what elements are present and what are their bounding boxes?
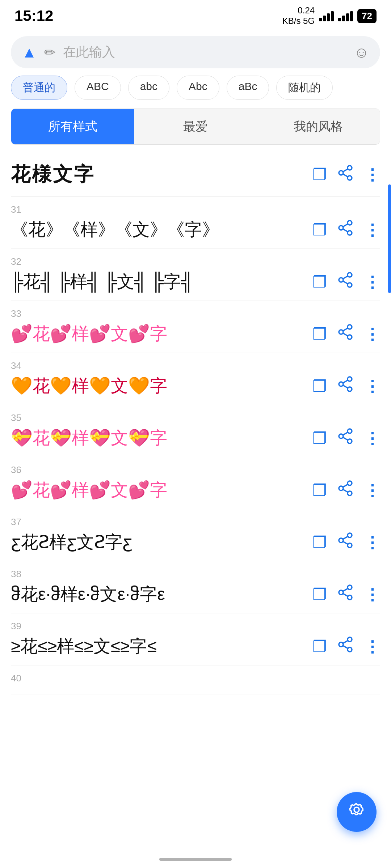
item-number: 34: [11, 360, 380, 371]
list-item-row: 💕花💕样💕文💕字 ❐ ⋮: [11, 322, 380, 345]
list-item: 花様文字 ❐ ⋮: [11, 156, 380, 197]
svg-line-48: [343, 641, 348, 643]
item-actions: ❐ ⋮: [312, 376, 380, 396]
copy-icon[interactable]: ❐: [312, 165, 327, 184]
settings-icon: [347, 800, 366, 824]
style-text: 🧡花🧡样🧡文🧡字: [11, 374, 305, 397]
svg-point-37: [339, 538, 343, 542]
share-icon[interactable]: [337, 324, 353, 344]
svg-point-17: [339, 330, 343, 334]
more-icon[interactable]: ⋮: [364, 533, 380, 552]
list-item-row: 花様文字 ❐ ⋮: [11, 161, 380, 188]
svg-point-36: [348, 543, 352, 548]
list-item: 39 ≥花≤≥样≤≥文≤≥字≤ ❐ ⋮: [11, 617, 380, 665]
more-icon[interactable]: ⋮: [364, 585, 380, 604]
share-icon[interactable]: [337, 637, 353, 656]
list-item-row: ƹ花Ƨ样ƹ文Ƨ字ƹ ❐ ⋮: [11, 531, 380, 554]
svg-point-20: [348, 377, 352, 381]
svg-line-18: [343, 328, 348, 331]
share-icon[interactable]: [337, 376, 353, 396]
svg-point-22: [339, 382, 343, 386]
svg-point-0: [348, 166, 352, 170]
copy-icon[interactable]: ❐: [312, 585, 327, 604]
item-number: 38: [11, 569, 380, 580]
list-item: 33 💕花💕样💕文💕字 ❐ ⋮: [11, 305, 380, 353]
svg-point-10: [348, 273, 352, 277]
share-icon[interactable]: [337, 480, 353, 500]
share-icon[interactable]: [337, 584, 353, 604]
more-icon[interactable]: ⋮: [364, 165, 380, 184]
tab-all-styles[interactable]: 所有样式: [11, 109, 134, 144]
tab-my-style[interactable]: 我的风格: [257, 109, 380, 144]
svg-point-2: [339, 171, 343, 175]
item-actions: ❐ ⋮: [312, 584, 380, 604]
tab-favorites[interactable]: 最爱: [134, 109, 257, 144]
style-text: ჵ花ε·ჵ样ε·ჵ文ε·ჵ字ε: [11, 583, 305, 606]
chip-normal[interactable]: 普通的: [11, 76, 67, 100]
svg-line-13: [343, 276, 348, 279]
svg-point-46: [348, 647, 352, 652]
copy-icon[interactable]: ❐: [312, 221, 327, 239]
style-text-featured: 花様文字: [11, 161, 305, 188]
copy-icon[interactable]: ❐: [312, 325, 327, 343]
pencil-icon[interactable]: ✏: [44, 44, 56, 60]
item-actions: ❐ ⋮: [312, 165, 380, 184]
share-icon[interactable]: [337, 272, 353, 292]
chip-Abc[interactable]: Abc: [177, 76, 219, 100]
style-text: ≥花≤≥样≤≥文≤≥字≤: [11, 635, 305, 658]
item-number: 37: [11, 516, 380, 528]
list-item: 32 ╠花╣ ╠样╣ ╠文╣ ╠字╣ ❐ ⋮: [11, 252, 380, 301]
share-icon[interactable]: [337, 532, 353, 552]
svg-point-15: [348, 325, 352, 329]
more-icon[interactable]: ⋮: [364, 221, 380, 239]
item-actions: ❐ ⋮: [312, 480, 380, 500]
list-item-row: 💝花💝样💝文💝字 ❐ ⋮: [11, 426, 380, 450]
more-icon[interactable]: ⋮: [364, 377, 380, 395]
more-icon[interactable]: ⋮: [364, 481, 380, 499]
copy-icon[interactable]: ❐: [312, 377, 327, 395]
status-bar: 15:12 0.24KB/s 5G 72: [0, 0, 391, 29]
filter-icon[interactable]: ▲: [22, 44, 37, 61]
list-item: 34 🧡花🧡样🧡文🧡字 ❐ ⋮: [11, 357, 380, 405]
more-icon[interactable]: ⋮: [364, 325, 380, 343]
copy-icon[interactable]: ❐: [312, 429, 327, 447]
svg-line-23: [343, 380, 348, 383]
svg-point-26: [348, 439, 352, 443]
scrollbar[interactable]: [388, 184, 391, 293]
status-time: 15:12: [14, 7, 53, 25]
svg-line-4: [343, 174, 348, 177]
svg-line-38: [343, 536, 348, 539]
item-number: 35: [11, 412, 380, 424]
chip-ABC[interactable]: ABC: [75, 76, 121, 100]
more-icon[interactable]: ⋮: [364, 273, 380, 291]
copy-icon[interactable]: ❐: [312, 533, 327, 552]
svg-point-1: [348, 176, 352, 180]
copy-icon[interactable]: ❐: [312, 273, 327, 291]
chip-aBc[interactable]: aBc: [227, 76, 269, 100]
item-number: 39: [11, 621, 380, 632]
svg-point-11: [348, 283, 352, 287]
item-actions: ❐ ⋮: [312, 324, 380, 344]
copy-icon[interactable]: ❐: [312, 481, 327, 499]
copy-icon[interactable]: ❐: [312, 637, 327, 656]
share-icon[interactable]: [337, 165, 353, 184]
search-bar[interactable]: ▲ ✏ 在此输入 ☺: [11, 36, 380, 68]
list-item-row: 🧡花🧡样🧡文🧡字 ❐ ⋮: [11, 374, 380, 397]
item-actions: ❐ ⋮: [312, 272, 380, 292]
list-item-row: 💕花💕样💕文💕字 ❐ ⋮: [11, 478, 380, 502]
share-icon[interactable]: [337, 220, 353, 239]
emoji-icon[interactable]: ☺: [354, 44, 369, 61]
list-item: 31 《花》《样》《文》《字》 ❐ ⋮: [11, 200, 380, 249]
svg-line-8: [343, 224, 348, 227]
share-icon[interactable]: [337, 428, 353, 448]
settings-fab[interactable]: [337, 792, 377, 832]
filter-chips: 普通的 ABC abc Abc aBc 随机的: [0, 76, 391, 109]
item-actions: ❐ ⋮: [312, 428, 380, 448]
list-item: 40: [11, 669, 380, 694]
more-icon[interactable]: ⋮: [364, 429, 380, 447]
chip-random[interactable]: 随机的: [276, 76, 333, 100]
chip-abc[interactable]: abc: [128, 76, 169, 100]
svg-point-40: [348, 585, 352, 590]
more-icon[interactable]: ⋮: [364, 637, 380, 656]
search-input[interactable]: 在此输入: [63, 43, 347, 61]
